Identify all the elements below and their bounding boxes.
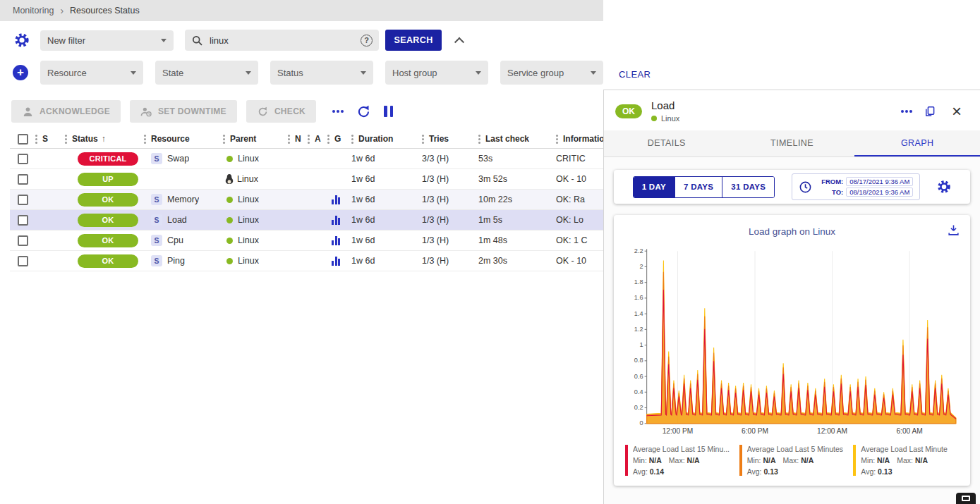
copy-link-icon[interactable] bbox=[924, 105, 936, 118]
legend-item[interactable]: Average Load Last 15 Minu... Min: N/AMax… bbox=[625, 445, 731, 476]
filter-servicegroup-select[interactable]: Service group bbox=[500, 61, 603, 85]
chart-icon[interactable] bbox=[332, 236, 340, 245]
check-button[interactable]: CHECK bbox=[246, 100, 316, 123]
select-all-checkbox[interactable] bbox=[18, 134, 28, 145]
tab-details[interactable]: DETAILS bbox=[604, 130, 730, 156]
panel-more-actions-icon[interactable] bbox=[905, 110, 908, 113]
filter-hostgroup-select[interactable]: Host group bbox=[385, 61, 488, 85]
table-row[interactable]: OKSMemoryLinux1w 6d1/3 (H)10m 22sOK: Ra bbox=[10, 190, 603, 210]
svg-text:6:00 AM: 6:00 AM bbox=[896, 427, 922, 435]
from-value[interactable]: 08/17/2021 9:36 AM bbox=[846, 177, 913, 186]
status-badge: OK bbox=[78, 254, 138, 268]
row-checkbox[interactable] bbox=[18, 195, 28, 205]
custom-time-period[interactable]: FROM: 08/17/2021 9:36 AM TO: 08/18/2021 … bbox=[792, 173, 920, 200]
filter-row-criteria: + Resource State Status Host group bbox=[0, 61, 603, 85]
breadcrumb-monitoring[interactable]: Monitoring bbox=[13, 6, 54, 16]
export-download-icon[interactable] bbox=[947, 223, 960, 239]
clock-icon bbox=[799, 180, 812, 194]
column-header-duration[interactable]: Duration bbox=[351, 134, 422, 144]
column-header-severity[interactable]: S bbox=[35, 134, 65, 144]
pause-refresh-icon[interactable] bbox=[384, 106, 393, 117]
graph-settings-gear-icon[interactable] bbox=[937, 180, 951, 194]
svg-text:1.6: 1.6 bbox=[634, 294, 643, 301]
filter-settings-gear-icon[interactable] bbox=[14, 32, 30, 48]
collapse-filters-chevron-icon[interactable] bbox=[454, 37, 464, 47]
from-label: FROM: bbox=[818, 178, 843, 185]
column-header-last-check[interactable]: Last check bbox=[478, 134, 556, 144]
panel-main: OK Load Linux × DETAILS bbox=[603, 90, 980, 504]
saved-filter-select[interactable]: New filter bbox=[40, 30, 174, 51]
legend-item[interactable]: Average Load Last Minute Min: N/AMax: N/… bbox=[853, 445, 959, 476]
set-downtime-button[interactable]: SET DOWNTIME bbox=[130, 100, 237, 123]
search-button[interactable]: SEARCH bbox=[385, 30, 442, 51]
grip-dots-icon bbox=[223, 138, 225, 140]
svg-text:6:00 PM: 6:00 PM bbox=[742, 427, 768, 435]
graph-tab-content: 1 DAY 7 DAYS 31 DAYS FROM: 08/17/2021 9:… bbox=[604, 157, 980, 504]
acknowledge-button[interactable]: ACKNOWLEDGE bbox=[11, 100, 121, 123]
column-header-notes[interactable]: N bbox=[288, 134, 308, 144]
service-icon: S bbox=[151, 194, 162, 205]
svg-text:1.8: 1.8 bbox=[634, 278, 643, 285]
help-icon[interactable]: ? bbox=[361, 35, 373, 47]
table-header: S Status↑ Resource Parent N A G Duration… bbox=[10, 130, 603, 149]
filter-status-select[interactable]: Status bbox=[270, 61, 373, 85]
svg-text:0: 0 bbox=[639, 419, 643, 426]
resources-table: S Status↑ Resource Parent N A G Duration… bbox=[10, 130, 603, 271]
grip-dots-icon bbox=[144, 138, 146, 140]
column-header-graph[interactable]: G bbox=[327, 134, 351, 144]
grip-dots-icon bbox=[556, 138, 558, 140]
column-header-parent[interactable]: Parent bbox=[223, 134, 288, 144]
filter-resource-select[interactable]: Resource bbox=[40, 61, 143, 85]
status-badge: OK bbox=[78, 193, 138, 207]
range-31-days-button[interactable]: 31 DAYS bbox=[722, 177, 774, 197]
chart-icon[interactable] bbox=[332, 257, 340, 266]
column-header-tries[interactable]: Tries bbox=[422, 134, 478, 144]
close-icon[interactable]: × bbox=[952, 103, 962, 120]
svg-text:12:00 AM: 12:00 AM bbox=[817, 427, 847, 435]
breadcrumb-resources-status[interactable]: Resources Status bbox=[70, 6, 140, 16]
grip-dots-icon bbox=[422, 138, 424, 140]
load-chart: 00.20.40.60.811.21.41.61.822.212:00 PM6:… bbox=[622, 244, 962, 442]
panel-header: OK Load Linux × bbox=[604, 90, 980, 130]
filters-section: New filter ? SEARCH + Resource bbox=[0, 21, 603, 93]
tab-graph[interactable]: GRAPH bbox=[854, 130, 980, 156]
more-actions-icon[interactable] bbox=[331, 106, 345, 117]
table-row[interactable]: OKSPingLinux1w 6d1/3 (H)2m 30sOK - 10 bbox=[10, 251, 603, 271]
row-checkbox[interactable] bbox=[18, 215, 28, 226]
row-checkbox[interactable] bbox=[18, 235, 28, 246]
row-checkbox[interactable] bbox=[18, 256, 28, 266]
legend-item[interactable]: Average Load Last 5 Minutes Min: N/AMax:… bbox=[739, 445, 845, 476]
row-checkbox[interactable] bbox=[18, 174, 28, 185]
table-row[interactable]: OKSLoadLinux1w 6d1/3 (H)1m 5sOK: Lo bbox=[10, 210, 603, 231]
filter-state-select[interactable]: State bbox=[155, 61, 258, 85]
chart-icon[interactable] bbox=[332, 216, 340, 225]
row-checkbox[interactable] bbox=[18, 154, 28, 164]
column-header-information[interactable]: Information bbox=[556, 134, 603, 144]
table-row[interactable]: OKSCpuLinux1w 6d1/3 (H)1m 48sOK: 1 C bbox=[10, 231, 603, 251]
chart-icon[interactable] bbox=[332, 195, 340, 204]
chevron-down-icon bbox=[131, 71, 136, 75]
resources-listing: Monitoring › Resources Status New filter bbox=[0, 0, 603, 504]
column-header-resource[interactable]: Resource bbox=[144, 134, 223, 144]
add-criteria-plus-icon[interactable]: + bbox=[13, 65, 28, 80]
range-1-day-button[interactable]: 1 DAY bbox=[634, 177, 674, 197]
service-icon: S bbox=[151, 214, 162, 226]
ok-dot-icon bbox=[226, 238, 233, 244]
refresh-icon[interactable] bbox=[356, 104, 371, 119]
table-body: CRITICALSSwapLinux1w 6d3/3 (H)53sCRITICU… bbox=[10, 149, 603, 271]
table-row[interactable]: UPLinux1w 6d1/3 (H)3m 52sOK - 10 bbox=[10, 169, 603, 190]
graph-title: Load graph on Linux bbox=[622, 226, 962, 237]
service-icon: S bbox=[151, 235, 162, 246]
column-header-action[interactable]: A bbox=[308, 134, 327, 144]
status-badge: OK bbox=[78, 234, 138, 247]
fullscreen-button[interactable] bbox=[956, 493, 976, 504]
range-7-days-button[interactable]: 7 DAYS bbox=[674, 177, 722, 197]
details-panel: CLEAR OK Load Linux × bbox=[603, 0, 980, 504]
table-row[interactable]: CRITICALSSwapLinux1w 6d3/3 (H)53sCRITIC bbox=[10, 149, 603, 169]
column-header-status[interactable]: Status↑ bbox=[65, 134, 144, 144]
clear-filters-link[interactable]: CLEAR bbox=[619, 69, 651, 80]
search-input[interactable] bbox=[208, 35, 361, 47]
tab-timeline[interactable]: TIMELINE bbox=[730, 130, 855, 156]
to-value[interactable]: 08/18/2021 9:36 AM bbox=[846, 188, 913, 197]
grip-dots-icon bbox=[65, 138, 67, 140]
